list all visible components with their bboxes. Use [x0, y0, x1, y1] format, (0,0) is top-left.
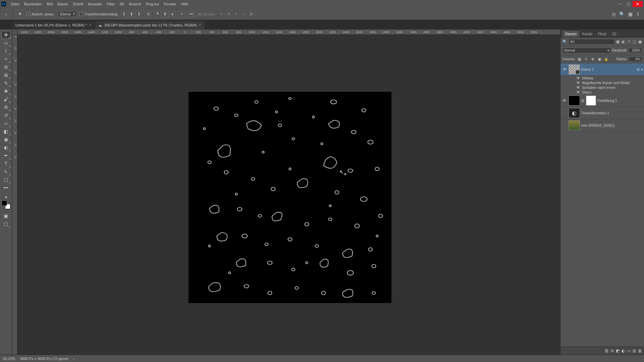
align-hcenter-button[interactable]: ╋: [128, 11, 135, 17]
filter-adjust-icon[interactable]: ◐: [621, 39, 625, 45]
layer-thumbnail[interactable]: [569, 64, 580, 74]
tab-kanaele[interactable]: Kanäle: [579, 31, 595, 37]
crop-tool[interactable]: ⧉: [1, 63, 11, 71]
auto-select-checkbox[interactable]: Autom. ausw.:: [26, 12, 55, 16]
menu-plugins[interactable]: Plug-ins: [144, 2, 161, 6]
history-brush-tool[interactable]: ↺: [1, 111, 11, 119]
effect-row[interactable]: 👁 Abgeflachte Kante und Relief: [560, 80, 644, 85]
more-align-button[interactable]: •••: [188, 11, 195, 17]
effect-row[interactable]: 👁 Schatten nach innen: [560, 85, 644, 90]
adjustment-layer-button[interactable]: ◐: [622, 349, 625, 353]
menu-datei[interactable]: Datei: [9, 2, 21, 6]
auto-select-target-dropdown[interactable]: Ebene: [58, 11, 76, 17]
default-colors-icon[interactable]: ⬗: [1, 194, 11, 199]
window-minimize-button[interactable]: ─: [615, 1, 624, 7]
blur-tool[interactable]: ◉: [1, 135, 11, 143]
layer-mask-button[interactable]: ◩: [616, 349, 620, 353]
layer-name[interactable]: Tonwertkorrektur 1: [581, 111, 643, 115]
edit-toolbar[interactable]: •••: [1, 184, 11, 192]
menu-3d[interactable]: 3D: [117, 2, 126, 6]
document-tab-2[interactable]: ☁ 300 DPI Wassertropfen.psdc bei 117% (T…: [95, 21, 205, 29]
new-layer-button[interactable]: ⊞: [633, 349, 636, 353]
layer-row[interactable]: 👁 ⛓ Farbfüllung 1: [560, 95, 644, 107]
layer-row[interactable]: tree-3095683_1920(1): [560, 119, 644, 132]
clone-stamp-tool[interactable]: ✇: [1, 103, 11, 111]
lock-all-icon[interactable]: 🔒: [603, 56, 609, 62]
layer-thumbnail[interactable]: [569, 96, 580, 106]
menu-hilfe[interactable]: Hilfe: [179, 2, 190, 6]
lasso-tool[interactable]: ⌇: [1, 47, 11, 55]
document-dimensions[interactable]: 3000 Px x 3000 Px (72 ppcm): [20, 357, 68, 361]
filter-smart-icon[interactable]: ▣: [638, 39, 642, 45]
layer-row[interactable]: Tonwertkorrektur 1: [560, 107, 644, 119]
layer-name[interactable]: Ebene 1: [581, 68, 636, 71]
foreground-background-colors[interactable]: [2, 200, 10, 209]
layer-name[interactable]: tree-3095683_1920(1): [581, 124, 643, 127]
menu-bild[interactable]: Bild: [45, 2, 55, 6]
magic-wand-tool[interactable]: ✧: [1, 55, 11, 63]
tab-ebenen[interactable]: Ebenen: [562, 31, 579, 37]
transform-controls-checkbox[interactable]: Transformationsstrg.: [79, 12, 118, 16]
layer-thumbnail[interactable]: [569, 108, 580, 118]
visibility-toggle-icon[interactable]: 👁: [562, 98, 567, 103]
visibility-toggle-icon[interactable]: 👁: [576, 80, 581, 85]
link-layers-button[interactable]: ⛓: [605, 349, 609, 353]
cloud-docs-icon[interactable]: ◎: [612, 11, 616, 17]
fill-input[interactable]: 0%: [629, 57, 642, 62]
visibility-toggle-icon[interactable]: 👁: [576, 90, 581, 95]
layer-style-button[interactable]: fx: [611, 349, 614, 353]
opacity-input[interactable]: 100%: [629, 48, 642, 53]
delete-layer-button[interactable]: 🗑: [638, 349, 642, 353]
distribute-v-button[interactable]: ≡: [178, 11, 185, 17]
workspace-icon[interactable]: ▦: [628, 11, 633, 17]
align-vcenter-button[interactable]: ╋: [162, 11, 168, 17]
layer-thumbnail[interactable]: [569, 120, 580, 130]
distribute-h-button[interactable]: ☰: [145, 11, 152, 17]
layer-mask-thumbnail[interactable]: [586, 96, 596, 106]
close-tab-icon[interactable]: ×: [199, 23, 201, 27]
lock-artboard-icon[interactable]: ▣: [597, 56, 602, 62]
eyedropper-tool[interactable]: ✎: [1, 79, 11, 87]
zoom-level[interactable]: 20,22%: [3, 357, 15, 361]
align-top-button[interactable]: ┻: [154, 11, 161, 17]
pen-tool[interactable]: ✒: [1, 152, 11, 160]
eraser-tool[interactable]: ▱: [1, 119, 11, 127]
status-more-icon[interactable]: [73, 357, 74, 361]
blend-mode-dropdown[interactable]: Normal: [562, 48, 611, 53]
menu-auswahl[interactable]: Auswahl: [86, 2, 104, 6]
menu-ansicht[interactable]: Ansicht: [127, 2, 143, 6]
tab-3d[interactable]: 3D: [609, 31, 619, 37]
document-tab-1[interactable]: Unbenannt-1 bei 20,2% (Ebene 1, RGB/8) *…: [12, 21, 95, 29]
tab-pfade[interactable]: Pfade: [595, 31, 609, 37]
visibility-toggle-icon[interactable]: 👁: [576, 76, 581, 80]
healing-brush-tool[interactable]: ✚: [1, 87, 11, 95]
type-tool[interactable]: T: [1, 160, 11, 168]
close-tab-icon[interactable]: ×: [89, 23, 91, 27]
share-icon[interactable]: ⇪: [636, 11, 640, 17]
layer-filter-dropdown[interactable]: [569, 39, 614, 45]
marquee-tool[interactable]: ▭: [1, 39, 11, 47]
effect-row[interactable]: 👁 Glanz: [560, 90, 644, 95]
frame-tool[interactable]: ⊞: [1, 71, 11, 79]
visibility-toggle-icon[interactable]: 👁: [562, 67, 567, 72]
filter-pixel-icon[interactable]: ▦: [616, 39, 620, 45]
menu-bearbeiten[interactable]: Bearbeiten: [22, 2, 44, 6]
menu-schrift[interactable]: Schrift: [71, 2, 85, 6]
brush-tool[interactable]: 🖌: [1, 95, 11, 103]
layer-name[interactable]: Farbfüllung 1: [597, 99, 643, 103]
search-icon[interactable]: 🔍: [619, 11, 625, 17]
menu-filter[interactable]: Filter: [105, 2, 117, 6]
quick-mask-button[interactable]: ▣: [1, 212, 11, 220]
move-tool[interactable]: ✥: [1, 31, 11, 39]
shape-tool[interactable]: ▢: [1, 176, 11, 184]
visibility-toggle-icon[interactable]: 👁: [576, 85, 581, 90]
canvas-area[interactable]: -2400-2200-2000-1800-1600-1400-1200-1000…: [12, 29, 560, 355]
dodge-tool[interactable]: ◐: [1, 143, 11, 152]
home-button[interactable]: ⌂: [2, 10, 10, 18]
effects-header[interactable]: 👁 Effekte: [560, 76, 644, 80]
window-close-button[interactable]: ✕: [633, 1, 643, 7]
move-tool-icon[interactable]: ✥: [16, 10, 24, 18]
path-select-tool[interactable]: ↖: [1, 168, 11, 176]
filter-shape-icon[interactable]: ▢: [632, 39, 636, 45]
lock-pixels-icon[interactable]: ▦: [577, 56, 582, 62]
